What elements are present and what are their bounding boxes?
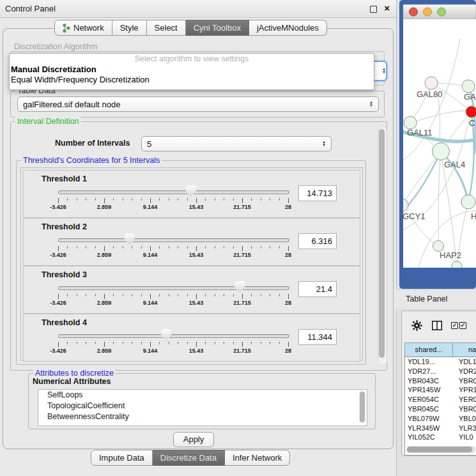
- table-row[interactable]: YPR145WYPR1: [405, 385, 476, 395]
- node-gal80[interactable]: [425, 77, 438, 89]
- tab-infer-network[interactable]: Infer Network: [225, 450, 290, 466]
- tick-mark: [251, 342, 252, 344]
- tick-mark: [233, 294, 234, 296]
- node-ga[interactable]: [462, 80, 475, 93]
- traffic-light-zoom-icon[interactable]: [438, 8, 446, 16]
- tick-mark: [113, 198, 114, 201]
- threshold-value-field[interactable]: 14.713: [298, 185, 337, 201]
- table-data-groupbox: Table Data galFiltered.sif default node …: [10, 91, 385, 118]
- table-cell-name: YBR0: [456, 404, 476, 414]
- popup-placeholder-item[interactable]: Select algorithm to view settings: [10, 54, 374, 65]
- table-row[interactable]: YDL19...YDL1: [405, 357, 476, 367]
- slider-track[interactable]: [58, 334, 289, 338]
- float-icon[interactable]: [370, 6, 377, 13]
- slider-handle[interactable]: [161, 329, 171, 341]
- stepper-icon: ▲▼: [382, 68, 386, 74]
- popup-item-manual-discretization[interactable]: Manual Discretization: [10, 65, 374, 75]
- tick-mark: [123, 198, 123, 201]
- interval-scrollbar-thumb[interactable]: [379, 129, 385, 358]
- tick-label: 2.859: [97, 252, 112, 258]
- interval-scrollbar[interactable]: [378, 126, 387, 366]
- tick-label: 28: [285, 300, 291, 306]
- algorithm-combo-focused-fragment[interactable]: ▲▼: [372, 61, 387, 81]
- attributes-scrollbar[interactable]: [359, 391, 365, 423]
- slider-ticks: [58, 294, 288, 300]
- stepper-icon: ▲▼: [369, 101, 373, 107]
- attributes-scrollbar-thumb[interactable]: [360, 392, 365, 422]
- table-row[interactable]: YDR27...YDR2: [405, 367, 476, 376]
- apply-button[interactable]: Apply: [173, 432, 214, 447]
- tick-mark: [67, 198, 68, 201]
- threshold-value-field[interactable]: 6.316: [298, 233, 337, 249]
- attribute-list-item[interactable]: TopologicalCoefficient: [38, 401, 367, 411]
- table-data-combo[interactable]: galFiltered.sif default node ▲▼: [17, 96, 379, 112]
- table-hscrollbar[interactable]: [406, 446, 475, 453]
- slider-track[interactable]: [58, 286, 289, 290]
- number-of-intervals-combo[interactable]: 5 ▲▼: [141, 136, 332, 151]
- column-header-shared[interactable]: shared...: [405, 343, 453, 357]
- column-header-name[interactable]: na: [453, 343, 476, 357]
- slider-track[interactable]: [58, 190, 289, 194]
- attribute-list-item[interactable]: BetweennessCentrality: [38, 411, 367, 422]
- tick-mark: [270, 294, 270, 296]
- slider-handle[interactable]: [234, 281, 245, 293]
- table-cell-shared: YIL052C: [405, 433, 456, 442]
- node-gal11[interactable]: [404, 116, 417, 129]
- table-row[interactable]: YER054CYER0: [405, 395, 476, 404]
- close-icon[interactable]: ×: [384, 3, 390, 13]
- slider-ticks: [58, 246, 288, 252]
- slider-handle[interactable]: [186, 185, 196, 197]
- tick-mark: [242, 198, 243, 203]
- tick-label: 21.715: [233, 300, 251, 306]
- threshold-label: Threshold 4: [42, 318, 87, 327]
- table-row[interactable]: YIL052CYIL0: [405, 433, 476, 442]
- node-h[interactable]: [461, 195, 475, 209]
- tick-mark: [205, 342, 206, 344]
- tab-style[interactable]: Style: [112, 20, 147, 36]
- threshold-value-field[interactable]: 11.344: [298, 329, 337, 345]
- traffic-light-minimize-icon[interactable]: [424, 8, 432, 16]
- table-row[interactable]: YBR043CYBR0: [405, 376, 476, 386]
- tick-mark: [196, 342, 197, 347]
- tab-discretize-data[interactable]: Discretize Data: [153, 450, 225, 466]
- gear-icon[interactable]: [411, 320, 422, 331]
- traffic-light-close-icon[interactable]: [410, 8, 418, 16]
- tick-mark: [58, 198, 59, 203]
- threshold-value-field[interactable]: 21.4: [298, 281, 337, 297]
- node-gal4[interactable]: [433, 143, 450, 160]
- table-row[interactable]: YLR345WYLR3: [405, 424, 476, 433]
- table-row[interactable]: YBR045CYBR0: [405, 404, 476, 414]
- tick-mark: [141, 246, 142, 249]
- slider-handle[interactable]: [125, 233, 135, 245]
- tick-mark: [196, 246, 197, 251]
- columns-icon[interactable]: [432, 321, 442, 330]
- popup-item-equal-width-frequency[interactable]: Equal Width/Frequency Discretization: [10, 75, 374, 85]
- tab-impute-data[interactable]: Impute Data: [91, 450, 153, 466]
- node-red-selected[interactable]: [466, 106, 476, 118]
- tick-mark: [67, 342, 68, 344]
- tick-mark: [233, 342, 234, 344]
- tick-mark: [288, 294, 289, 299]
- tab-cyni-toolbox[interactable]: Cyni Toolbox: [186, 20, 249, 36]
- node-hap2[interactable]: [433, 241, 444, 252]
- threshold-label: Threshold 2: [42, 222, 87, 231]
- tick-mark: [288, 198, 289, 203]
- checkbox-icon[interactable]: ✓: [451, 322, 458, 329]
- table-row[interactable]: YBL079WYBL0: [405, 414, 476, 424]
- table-hscrollbar-thumb[interactable]: [407, 447, 472, 452]
- tab-network[interactable]: Network: [54, 20, 112, 36]
- checkbox-icon[interactable]: ✓: [459, 322, 466, 329]
- table-rows: YDL19...YDL1YDR27...YDR2YBR043CYBR0YPR14…: [405, 357, 476, 442]
- bottom-tab-bar: Impute DataDiscretize DataInfer Network: [91, 450, 290, 466]
- table-cell-shared: YER054C: [405, 395, 456, 404]
- attribute-list-item[interactable]: SelfLoops: [38, 390, 367, 401]
- tab-select[interactable]: Select: [147, 20, 186, 36]
- slider-track[interactable]: [58, 238, 289, 242]
- tab-jactivemnodules[interactable]: jActiveMNodules: [249, 20, 327, 36]
- tick-label: -3.426: [50, 252, 66, 258]
- thresholds-groupbox: Threshold's Coordinates for 5 Intervals …: [16, 160, 366, 365]
- table-header-row: shared... na: [405, 343, 476, 357]
- tick-mark: [215, 198, 215, 201]
- tick-mark: [178, 294, 178, 296]
- table-cell-name: YDL1: [456, 357, 476, 367]
